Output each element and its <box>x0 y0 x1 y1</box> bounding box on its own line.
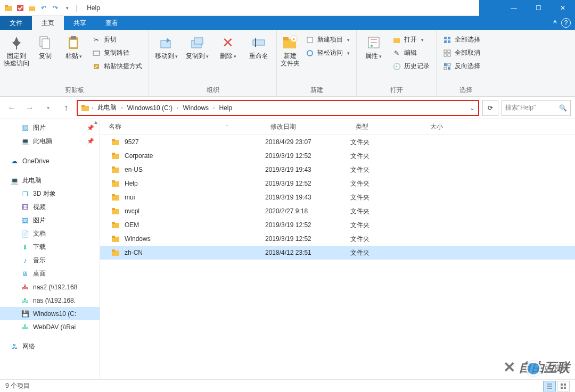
search-input[interactable]: 搜索"Help" 🔍 <box>502 100 571 116</box>
tab-home[interactable]: 主页 <box>32 16 64 30</box>
rename-icon <box>250 34 267 51</box>
copyto-button[interactable]: 复制到 <box>183 32 212 60</box>
address-dropdown-icon[interactable]: ⌄ <box>470 104 475 112</box>
sidebar-item-thispc-quick[interactable]: 💻此电脑📌 <box>0 135 100 148</box>
column-header-name[interactable]: 名称ˆ <box>100 122 265 131</box>
tab-view[interactable]: 查看 <box>96 16 128 30</box>
svg-rect-35 <box>448 67 450 70</box>
select-none-button[interactable]: 全部取消 <box>440 47 483 59</box>
sidebar-item-onedrive[interactable]: ☁OneDrive <box>0 154 100 168</box>
open-button[interactable]: 打开 <box>389 34 433 45</box>
invert-selection-button[interactable]: 反向选择 <box>440 61 483 72</box>
file-row[interactable]: Help2019/3/19 12:52文件夹 <box>100 177 575 190</box>
paste-shortcut-button[interactable]: 粘贴快捷方式 <box>89 61 145 72</box>
collapse-ribbon-icon[interactable]: ^ <box>553 19 557 27</box>
svg-rect-32 <box>444 54 447 56</box>
chevron-right-icon[interactable]: › <box>121 105 122 111</box>
paste-button[interactable]: 粘贴 <box>60 32 87 60</box>
properties-icon[interactable] <box>27 3 37 13</box>
file-row[interactable]: Windows2019/3/19 12:52文件夹 <box>100 232 575 246</box>
cut-button[interactable]: ✂剪切 <box>89 34 145 45</box>
sort-ascending-icon: ˆ <box>226 124 260 130</box>
sidebar-item-thispc[interactable]: 💻此电脑 <box>0 174 100 187</box>
file-name: Help <box>125 180 138 187</box>
moveto-button[interactable]: 移动到 <box>152 32 181 60</box>
sidebar-item-videos[interactable]: 🎞视频 <box>0 201 100 214</box>
breadcrumb-item[interactable]: Windows <box>180 103 211 113</box>
sidebar-item-documents[interactable]: 📄文档 <box>0 227 100 240</box>
nav-forward-button[interactable]: → <box>22 101 37 115</box>
column-header-size[interactable]: 大小 <box>425 122 478 131</box>
sidebar-item-pictures[interactable]: 🖼图片 <box>0 214 100 227</box>
help-icon[interactable]: ? <box>561 18 571 28</box>
copy-path-button[interactable]: 复制路径 <box>89 47 145 59</box>
copy-button[interactable]: 复制 <box>32 32 59 60</box>
properties-button[interactable]: 属性 <box>360 32 387 60</box>
new-item-button[interactable]: 新建项目 <box>302 34 353 45</box>
column-header-type[interactable]: 类型 <box>350 122 425 131</box>
file-row[interactable]: zh-CN2018/4/12 23:51文件夹 <box>100 246 575 260</box>
rename-button[interactable]: 重命名 <box>244 32 273 60</box>
sidebar-item-webdav[interactable]: 🖧WebDAV (\\Rai <box>0 320 100 333</box>
file-row[interactable]: nvcpl2020/2/27 9:18文件夹 <box>100 204 575 218</box>
file-row[interactable]: Corporate2019/3/19 12:52文件夹 <box>100 149 575 163</box>
address-bar-row: ← → ▾ ↑ › 此电脑 › Windows10 (C:) › Windows… <box>0 97 575 119</box>
sidebar-item-music[interactable]: ♪音乐 <box>0 254 100 267</box>
sidebar-item-windows10-c[interactable]: 💾Windows10 (C: <box>0 307 100 320</box>
sidebar-item-3dobjects[interactable]: ❒3D 对象 <box>0 187 100 201</box>
sidebar-item-downloads[interactable]: ⬇下载 <box>0 240 100 254</box>
folder-icon <box>111 193 120 202</box>
folder-icon <box>111 165 120 174</box>
history-button[interactable]: 🕘历史记录 <box>389 61 433 72</box>
ribbon-group-clipboard: 固定到 快速访问 复制 粘贴 ✂剪切 复制路径 粘贴快捷方式 剪贴板 <box>0 30 149 96</box>
pin-quickaccess-button[interactable]: 固定到 快速访问 <box>3 32 30 67</box>
sidebar-item-network[interactable]: 🖧网络 <box>0 340 100 353</box>
svg-rect-18 <box>283 37 289 40</box>
address-bar[interactable]: › 此电脑 › Windows10 (C:) › Windows › Help … <box>77 100 479 116</box>
redo-icon[interactable]: ↷ <box>50 3 61 13</box>
file-list: 95272018/4/29 23:07文件夹Corporate2019/3/19… <box>100 135 575 379</box>
svg-rect-53 <box>112 222 115 224</box>
breadcrumb-item[interactable]: Windows10 (C:) <box>125 103 175 113</box>
breadcrumb-item[interactable]: Help <box>217 103 234 113</box>
sidebar-item-pictures-quick[interactable]: 🖼图片📌 <box>0 121 100 135</box>
easy-access-button[interactable]: 轻松访问 <box>302 47 353 59</box>
nav-back-button[interactable]: ← <box>4 101 19 115</box>
file-row[interactable]: 95272018/4/29 23:07文件夹 <box>100 135 575 149</box>
file-type: 文件夹 <box>350 179 425 188</box>
tab-file[interactable]: 文件 <box>0 16 32 30</box>
sidebar-item-nas2[interactable]: 🖧nas2 (\\192.168 <box>0 280 100 294</box>
file-type: 文件夹 <box>350 235 425 244</box>
icons-view-button[interactable] <box>557 381 570 391</box>
column-header-modified[interactable]: 修改日期 <box>265 122 350 131</box>
file-row[interactable]: en-US2019/3/19 19:43文件夹 <box>100 163 575 177</box>
chevron-right-icon[interactable]: › <box>213 105 215 111</box>
undo-icon[interactable]: ↶ <box>38 3 49 13</box>
nav-up-button[interactable]: ↑ <box>59 101 73 115</box>
sidebar-item-nas[interactable]: 🖧nas (\\192.168. <box>0 294 100 307</box>
nav-recent-dropdown[interactable]: ▾ <box>40 101 55 115</box>
chevron-right-icon[interactable]: › <box>92 105 93 111</box>
select-all-button[interactable]: 全部选择 <box>440 34 483 45</box>
maximize-button[interactable]: ☐ <box>526 0 551 16</box>
svg-rect-6 <box>42 39 50 48</box>
tab-share[interactable]: 共享 <box>64 16 96 30</box>
new-folder-button[interactable]: ✦ 新建 文件夹 <box>280 32 300 67</box>
properties-icon <box>365 34 382 51</box>
file-row[interactable]: OEM2019/3/19 12:52文件夹 <box>100 218 575 232</box>
status-bar: 9 个项目 <box>0 379 575 392</box>
chevron-right-icon[interactable]: › <box>177 105 178 111</box>
folder-icon <box>81 104 89 112</box>
refresh-button[interactable]: ⟳ <box>482 100 498 116</box>
delete-icon: ✕ <box>219 34 236 51</box>
details-view-button[interactable] <box>543 381 556 391</box>
breadcrumb-item[interactable]: 此电脑 <box>95 102 119 113</box>
sidebar-item-desktop[interactable]: 🖥桌面 <box>0 267 100 280</box>
checkbox-icon[interactable] <box>15 3 26 13</box>
minimize-button[interactable]: — <box>502 0 526 16</box>
close-button[interactable]: ✕ <box>551 0 575 16</box>
file-row[interactable]: mui2019/3/19 19:43文件夹 <box>100 190 575 204</box>
edit-button[interactable]: ✎编辑 <box>389 47 433 59</box>
qat-dropdown-icon[interactable]: ▾ <box>62 3 72 13</box>
delete-button[interactable]: ✕ 删除 <box>214 32 243 60</box>
